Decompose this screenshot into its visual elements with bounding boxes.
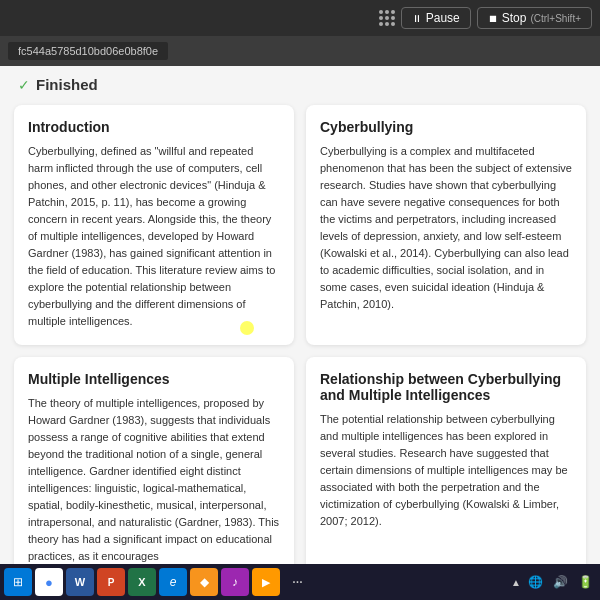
stop-label: Stop [502, 11, 527, 25]
taskbar-more-icon[interactable]: ··· [283, 568, 311, 596]
taskbar-volume-icon: 🔊 [550, 575, 571, 589]
taskbar-network-icon: 🌐 [525, 575, 546, 589]
pause-icon: ⏸ [412, 13, 422, 24]
stop-shortcut: (Ctrl+Shift+ [530, 13, 581, 24]
taskbar-arrow-icon[interactable]: ▲ [511, 577, 521, 588]
card-cyberbullying: Cyberbullying Cyberbullying is a complex… [306, 105, 586, 345]
taskbar-windows-icon[interactable]: ⊞ [4, 568, 32, 596]
card-introduction-body: Cyberbullying, defined as "willful and r… [28, 143, 280, 331]
card-rel-title: Relationship between Cyberbullying and M… [320, 371, 572, 403]
check-icon: ✓ [18, 77, 30, 93]
card-cyberbullying-title: Cyberbullying [320, 119, 572, 135]
taskbar-chrome-icon[interactable]: ● [35, 568, 63, 596]
taskbar-edge-icon[interactable]: e [159, 568, 187, 596]
card-cyberbullying-body: Cyberbullying is a complex and multiface… [320, 143, 572, 313]
stop-icon: ⏹ [488, 13, 498, 24]
card-rel-body: The potential relationship between cyber… [320, 411, 572, 530]
tab-bar: fc544a5785d10bd06e0b8f0e [0, 36, 600, 66]
cursor-indicator [240, 321, 254, 335]
taskbar: ⊞ ● W P X e ◆ ♪ ▶ ··· ▲ 🌐 🔊 🔋 [0, 564, 600, 600]
finished-text: Finished [36, 76, 98, 93]
grid-dots-icon [379, 10, 395, 26]
card-relationship: Relationship between Cyberbullying and M… [306, 357, 586, 564]
taskbar-right-area: ▲ 🌐 🔊 🔋 [511, 575, 596, 589]
card-mi-body: The theory of multiple intelligences, pr… [28, 395, 280, 564]
taskbar-battery-icon: 🔋 [575, 575, 596, 589]
card-introduction: Introduction Cyberbullying, defined as "… [14, 105, 294, 345]
pause-button[interactable]: ⏸ Pause [401, 7, 471, 29]
taskbar-word-icon[interactable]: W [66, 568, 94, 596]
taskbar-music-icon[interactable]: ♪ [221, 568, 249, 596]
card-introduction-title: Introduction [28, 119, 280, 135]
taskbar-powerpoint-icon[interactable]: P [97, 568, 125, 596]
main-content: ✓ Finished Introduction Cyberbullying, d… [0, 66, 600, 564]
card-mi-title: Multiple Intelligences [28, 371, 280, 387]
taskbar-orange-icon[interactable]: ◆ [190, 568, 218, 596]
stop-button[interactable]: ⏹ Stop (Ctrl+Shift+ [477, 7, 592, 29]
taskbar-vlc-icon[interactable]: ▶ [252, 568, 280, 596]
finished-badge: ✓ Finished [14, 76, 586, 93]
card-multiple-intelligences: Multiple Intelligences The theory of mul… [14, 357, 294, 564]
top-bar: ⏸ Pause ⏹ Stop (Ctrl+Shift+ [0, 0, 600, 36]
tab-title[interactable]: fc544a5785d10bd06e0b8f0e [8, 42, 168, 60]
cards-grid: Introduction Cyberbullying, defined as "… [14, 105, 586, 564]
pause-label: Pause [426, 11, 460, 25]
taskbar-excel-icon[interactable]: X [128, 568, 156, 596]
